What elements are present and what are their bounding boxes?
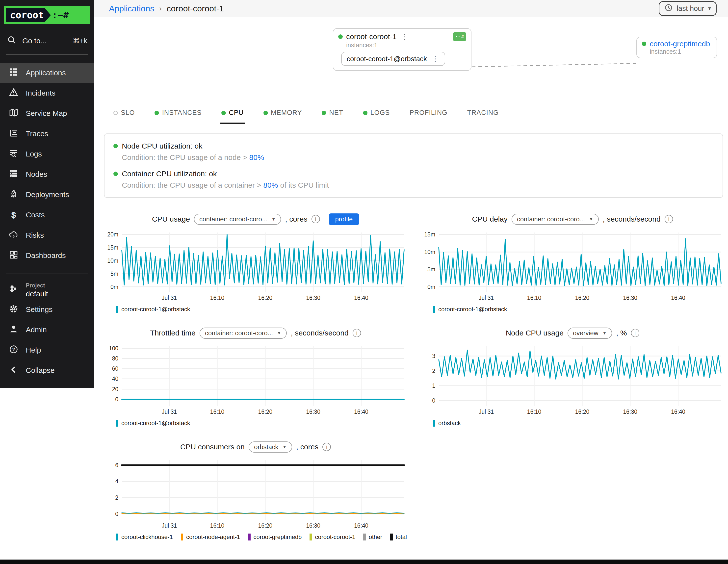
tab-slo[interactable]: SLO xyxy=(112,106,136,124)
cpu-usage-plot[interactable]: 0m5m10m15m20mJul 3116:1016:2016:3016:40 xyxy=(104,229,407,304)
cpu-delay-plot[interactable]: 0m5m10m15mJul 3116:1016:2016:3016:40 xyxy=(421,229,724,304)
threshold-link[interactable]: 80% xyxy=(263,181,278,189)
chart-legend: orbstack xyxy=(433,420,724,427)
legend-item[interactable]: coroot-clickhouse-1 xyxy=(116,534,173,540)
time-range-picker[interactable]: last hour ▾ xyxy=(659,1,717,16)
node-cpu-usage-plot[interactable]: 0123Jul 3116:1016:2016:3016:40 xyxy=(421,342,724,418)
sidebar-item-help[interactable]: ? Help xyxy=(0,340,94,360)
series-selector-dropdown[interactable]: container: coroot-coro...▼ xyxy=(512,214,599,225)
legend-item[interactable]: coroot-coroot-1@orbstack xyxy=(116,306,190,313)
sidebar-item-traces[interactable]: Traces xyxy=(0,124,94,144)
sidebar: coroot :~# Go to... ⌘+k Ap xyxy=(0,0,94,388)
coroot-logo-prompt: :~# xyxy=(52,10,69,21)
project-hexagons-icon xyxy=(9,284,18,296)
sidebar-item-risks[interactable]: Risks xyxy=(0,225,94,245)
terminal-badge[interactable]: :~# xyxy=(453,32,466,41)
tab-logs[interactable]: LOGS xyxy=(362,106,391,124)
series-selector-dropdown[interactable]: container: coroot-coro...▼ xyxy=(194,214,281,225)
legend-item[interactable]: coroot-greptimedb xyxy=(248,534,302,540)
series-selector-dropdown[interactable]: overview▼ xyxy=(568,328,612,339)
svg-text:0: 0 xyxy=(115,396,118,403)
warning-triangle-icon xyxy=(9,88,18,99)
check-status-dot xyxy=(113,144,118,148)
sidebar-item-label: Nodes xyxy=(26,170,47,179)
info-icon[interactable]: i xyxy=(631,329,639,337)
cpu-checks-panel: Node CPU utilization: ok Condition: the … xyxy=(104,133,723,198)
legend-item[interactable]: coroot-node-agent-1 xyxy=(181,534,240,540)
chart-unit: , seconds/second xyxy=(603,215,660,223)
linked-node-card: coroot-greptimedb instances:1 xyxy=(636,37,717,58)
svg-text:20: 20 xyxy=(112,386,118,392)
legend-item[interactable]: orbstack xyxy=(433,420,461,427)
coroot-logo-text: coroot xyxy=(6,8,51,22)
breadcrumb-applications-link[interactable]: Applications xyxy=(109,4,154,13)
tab-status-dot xyxy=(322,111,326,115)
tab-instances[interactable]: INSTANCES xyxy=(154,106,203,124)
linked-node-link[interactable]: coroot-greptimedb xyxy=(650,40,710,48)
legend-item[interactable]: coroot-coroot-1 xyxy=(310,534,355,540)
profile-button[interactable]: profile xyxy=(329,213,359,225)
info-icon[interactable]: i xyxy=(353,329,361,337)
logs-search-icon xyxy=(9,149,18,160)
node-selector-dropdown[interactable]: orbstack▼ xyxy=(249,441,292,453)
sidebar-item-service-map[interactable]: Service Map xyxy=(0,103,94,124)
legend-item[interactable]: coroot-coroot-1@orbstack xyxy=(116,420,190,427)
tab-label: CPU xyxy=(229,109,243,117)
sidebar-item-settings[interactable]: Settings xyxy=(0,299,94,320)
sidebar-item-collapse[interactable]: Collapse xyxy=(0,360,94,381)
threshold-link[interactable]: 80% xyxy=(249,153,264,161)
project-switcher[interactable]: Project default xyxy=(0,282,94,298)
tab-status-dot xyxy=(221,111,226,115)
svg-text:16:40: 16:40 xyxy=(354,522,368,529)
sidebar-item-dashboards[interactable]: Dashboards xyxy=(0,245,94,266)
dashboard-tiles-icon xyxy=(9,250,18,261)
app-node-name: coroot-coroot-1 xyxy=(346,32,396,41)
tab-label: TRACING xyxy=(467,109,499,117)
instance-box[interactable]: coroot-coroot-1@orbstack ⋮ xyxy=(341,52,445,66)
svg-text:4: 4 xyxy=(115,478,118,485)
chart-unit: , % xyxy=(616,329,627,337)
sidebar-item-incidents[interactable]: Incidents xyxy=(0,83,94,103)
coroot-logo[interactable]: coroot :~# xyxy=(4,6,90,24)
check-condition: Condition: the CPU usage of a node > xyxy=(122,153,249,161)
chart-legend: coroot-coroot-1@orbstack xyxy=(433,306,724,313)
sidebar-item-nodes[interactable]: Nodes xyxy=(0,164,94,184)
goto-search[interactable]: Go to... ⌘+k xyxy=(7,35,87,46)
svg-text:16:30: 16:30 xyxy=(306,295,320,301)
sidebar-item-costs[interactable]: $ Costs xyxy=(0,205,94,225)
kebab-menu-icon[interactable]: ⋮ xyxy=(400,33,409,41)
sidebar-item-deployments[interactable]: Deployments xyxy=(0,184,94,205)
cpu-consumers-plot[interactable]: 0246Jul 3116:1016:2016:3016:40 xyxy=(104,456,407,532)
throttled-time-plot[interactable]: 020406080100Jul 3116:1016:2016:3016:40 xyxy=(104,342,407,418)
tab-net[interactable]: NET xyxy=(321,106,344,124)
tab-label: INSTANCES xyxy=(162,109,202,117)
gear-icon xyxy=(9,304,18,315)
info-icon[interactable]: i xyxy=(312,215,320,223)
sidebar-item-admin[interactable]: Admin xyxy=(0,320,94,340)
tab-cpu[interactable]: CPU xyxy=(220,106,244,124)
svg-text:16:40: 16:40 xyxy=(671,295,685,301)
legend-item[interactable]: total xyxy=(390,534,407,540)
dropdown-caret-icon: ▼ xyxy=(589,217,593,222)
svg-text:16:20: 16:20 xyxy=(575,409,589,415)
search-icon xyxy=(7,35,16,46)
sidebar-item-logs[interactable]: Logs xyxy=(0,144,94,164)
legend-item[interactable]: coroot-coroot-1@orbstack xyxy=(433,306,507,313)
dropdown-caret-icon: ▼ xyxy=(277,331,281,336)
breadcrumb-separator: › xyxy=(159,4,162,13)
chart-title: CPU usage xyxy=(152,215,190,223)
svg-text:16:10: 16:10 xyxy=(210,409,225,415)
svg-text:Jul 31: Jul 31 xyxy=(479,409,494,415)
sidebar-item-applications[interactable]: Applications xyxy=(0,63,94,83)
info-icon[interactable]: i xyxy=(665,215,673,223)
kebab-menu-icon[interactable]: ⋮ xyxy=(431,55,440,63)
series-selector-dropdown[interactable]: container: coroot-coro...▼ xyxy=(200,328,287,339)
tab-memory[interactable]: MEMORY xyxy=(262,106,303,124)
tab-profiling[interactable]: PROFILING xyxy=(409,106,448,124)
chart-cpu-delay: CPU delay container: coroot-coro...▼ , s… xyxy=(421,212,724,313)
info-icon[interactable]: i xyxy=(322,443,331,451)
tab-tracing[interactable]: TRACING xyxy=(466,106,500,124)
legend-item[interactable]: other xyxy=(363,534,382,540)
sidebar-item-label: Help xyxy=(26,346,41,354)
sidebar-item-label: Admin xyxy=(26,326,47,334)
